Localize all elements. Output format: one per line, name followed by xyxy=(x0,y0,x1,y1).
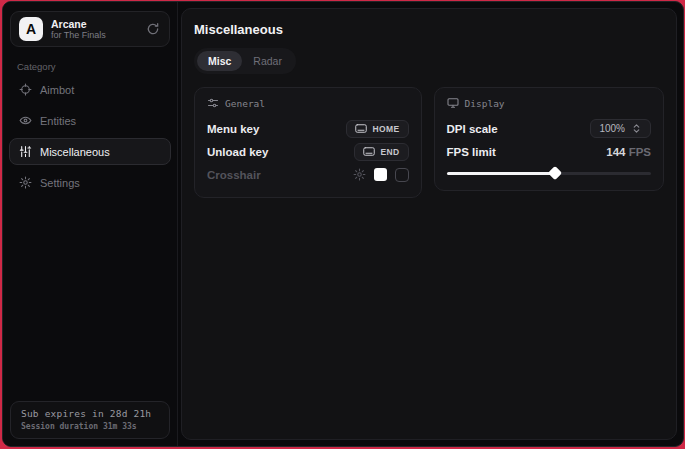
unload-key-label: Unload key xyxy=(207,146,268,158)
menu-key-label: Menu key xyxy=(207,123,259,135)
crosshair-settings-gear-icon[interactable] xyxy=(353,168,366,181)
sidebar-item-label: Settings xyxy=(40,177,80,189)
unload-key-value: END xyxy=(380,147,399,157)
crosshair-color-swatch[interactable] xyxy=(374,168,387,181)
sliders-icon xyxy=(19,145,32,158)
gear-icon xyxy=(19,176,32,189)
tab-bar: Misc Radar xyxy=(194,48,296,74)
sidebar-item-label: Miscellaneous xyxy=(40,146,110,158)
sidebar-item-miscellaneous[interactable]: Miscellaneous xyxy=(9,138,171,165)
subscription-info-box: Sub expires in 28d 21h Session duration … xyxy=(10,401,170,439)
keyboard-icon xyxy=(363,147,375,156)
dpi-scale-value: 100% xyxy=(599,123,625,134)
settings-cards: General Menu key HOME Unload key xyxy=(194,87,664,198)
general-card-title: General xyxy=(225,98,265,109)
page-title: Miscellaneous xyxy=(194,22,664,37)
sidebar-item-label: Entities xyxy=(40,115,76,127)
sub-expires-text: Sub expires in 28d 21h xyxy=(21,408,159,419)
display-card-header: Display xyxy=(447,97,651,109)
slider-thumb[interactable] xyxy=(548,166,562,180)
refresh-icon[interactable] xyxy=(145,21,161,37)
chevron-up-down-icon xyxy=(631,123,642,134)
app-subtitle: for The Finals xyxy=(51,30,145,41)
slider-fill xyxy=(447,172,555,175)
main-panel: Miscellaneous Misc Radar General Menu ke… xyxy=(181,8,677,440)
fps-limit-slider[interactable] xyxy=(447,167,651,179)
eye-icon xyxy=(19,114,32,127)
unload-key-row: Unload key END xyxy=(207,140,409,163)
app-meta: Arcane for The Finals xyxy=(51,18,145,41)
crosshair-checkbox[interactable] xyxy=(395,168,409,182)
session-duration-text: Session duration 31m 33s xyxy=(21,422,159,431)
crosshair-label: Crosshair xyxy=(207,169,261,181)
monitor-icon xyxy=(447,97,459,109)
dpi-scale-row: DPI scale 100% xyxy=(447,117,651,140)
display-card-title: Display xyxy=(465,98,505,109)
tab-radar[interactable]: Radar xyxy=(242,51,293,71)
app-window: A Arcane for The Finals Category Aimbot xyxy=(2,1,684,447)
tab-misc[interactable]: Misc xyxy=(197,51,242,71)
fps-limit-value: 144 FPS xyxy=(606,146,651,158)
display-card: Display DPI scale 100% FPS limit xyxy=(434,87,664,191)
sidebar: A Arcane for The Finals Category Aimbot xyxy=(3,2,178,446)
menu-key-value: HOME xyxy=(372,124,399,134)
category-label: Category xyxy=(17,61,177,72)
sidebar-item-label: Aimbot xyxy=(40,84,74,96)
fps-limit-row: FPS limit 144 FPS xyxy=(447,140,651,163)
dpi-scale-label: DPI scale xyxy=(447,123,498,135)
menu-key-row: Menu key HOME xyxy=(207,117,409,140)
general-card-header: General xyxy=(207,97,409,109)
keyboard-icon xyxy=(355,124,367,133)
crosshair-row: Crosshair xyxy=(207,163,409,186)
app-header-card: A Arcane for The Finals xyxy=(10,11,170,47)
sliders-horizontal-icon xyxy=(207,97,219,109)
sidebar-nav: Aimbot Entities Miscellaneous xyxy=(3,76,177,196)
menu-key-button[interactable]: HOME xyxy=(346,120,408,138)
fps-unit: FPS xyxy=(629,146,651,158)
sidebar-item-entities[interactable]: Entities xyxy=(9,107,171,134)
unload-key-button[interactable]: END xyxy=(354,143,408,161)
dpi-scale-select[interactable]: 100% xyxy=(590,119,651,138)
sidebar-item-settings[interactable]: Settings xyxy=(9,169,171,196)
app-title: Arcane xyxy=(51,18,145,30)
sidebar-item-aimbot[interactable]: Aimbot xyxy=(9,76,171,103)
fps-limit-label: FPS limit xyxy=(447,146,496,158)
crosshair-icon xyxy=(19,83,32,96)
app-logo: A xyxy=(19,17,43,41)
crosshair-controls xyxy=(353,168,409,182)
general-card: General Menu key HOME Unload key xyxy=(194,87,422,198)
